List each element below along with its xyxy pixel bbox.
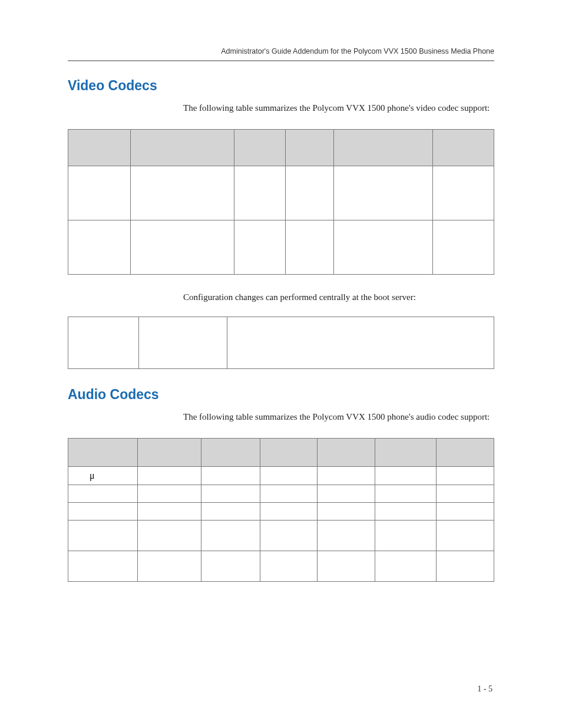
table-header	[286, 129, 334, 166]
table-cell	[260, 502, 318, 520]
table-cell	[201, 485, 260, 502]
table-cell	[433, 220, 494, 274]
table-cell	[201, 520, 260, 551]
table-cell	[201, 551, 260, 581]
audio-codecs-heading: Audio Codecs	[68, 387, 494, 403]
page-number: 1 - 5	[477, 684, 492, 694]
table-cell	[375, 520, 437, 551]
table-cell	[318, 502, 375, 520]
header-divider	[68, 60, 494, 61]
video-codecs-intro: The following table summarizes the Polyc…	[183, 102, 494, 115]
table-cell	[130, 166, 234, 220]
table-cell	[68, 502, 138, 520]
table-cell	[286, 220, 334, 274]
table-cell	[334, 220, 433, 274]
table-cell	[260, 551, 318, 581]
table-cell	[201, 466, 260, 485]
table-header	[334, 129, 433, 166]
table-header	[201, 438, 260, 466]
audio-codecs-intro: The following table summarizes the Polyc…	[183, 411, 494, 424]
table-cell	[137, 485, 201, 502]
table-cell	[137, 520, 201, 551]
table-cell	[68, 485, 138, 502]
table-header	[260, 438, 318, 466]
table-cell	[68, 551, 138, 581]
table-cell: μ	[68, 466, 138, 485]
table-cell	[260, 485, 318, 502]
audio-codecs-table: μ	[68, 438, 494, 582]
table-cell	[375, 502, 437, 520]
table-header	[437, 438, 494, 466]
table-cell	[139, 317, 227, 368]
table-cell	[437, 485, 494, 502]
table-cell	[286, 166, 334, 220]
table-header	[234, 129, 286, 166]
running-header: Administrator's Guide Addendum for the P…	[68, 47, 494, 55]
table-header	[433, 129, 494, 166]
table-cell	[130, 220, 234, 274]
table-cell	[68, 220, 131, 274]
table-cell	[334, 166, 433, 220]
table-cell	[437, 466, 494, 485]
table-cell	[318, 520, 375, 551]
table-cell	[234, 220, 286, 274]
table-cell	[318, 551, 375, 581]
table-cell	[318, 485, 375, 502]
video-codecs-table	[68, 129, 494, 275]
table-header	[318, 438, 375, 466]
table-cell	[437, 520, 494, 551]
table-header	[68, 438, 138, 466]
table-cell	[137, 502, 201, 520]
table-header	[68, 129, 131, 166]
video-codecs-heading: Video Codecs	[68, 78, 494, 94]
table-cell	[137, 466, 201, 485]
table-cell	[201, 502, 260, 520]
table-cell	[137, 551, 201, 581]
table-cell	[375, 466, 437, 485]
table-cell	[375, 485, 437, 502]
table-cell	[260, 466, 318, 485]
config-intro: Configuration changes can performed cent…	[183, 292, 494, 302]
table-cell	[437, 502, 494, 520]
table-header	[137, 438, 201, 466]
config-table	[68, 317, 494, 369]
table-header	[375, 438, 437, 466]
table-cell	[68, 520, 138, 551]
table-cell	[260, 520, 318, 551]
table-cell	[437, 551, 494, 581]
table-header	[130, 129, 234, 166]
table-cell	[227, 317, 494, 368]
table-cell	[318, 466, 375, 485]
table-cell	[433, 166, 494, 220]
table-cell	[68, 317, 139, 368]
table-cell	[68, 166, 131, 220]
table-cell	[375, 551, 437, 581]
table-cell	[234, 166, 286, 220]
